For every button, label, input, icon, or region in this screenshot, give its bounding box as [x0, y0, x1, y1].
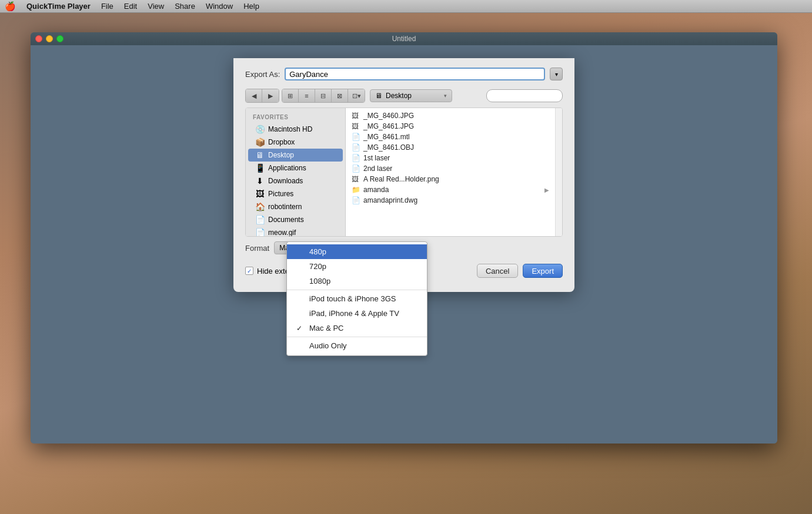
sidebar-item-macintosh-hd-label: Macintosh HD — [268, 125, 312, 133]
sidebar-item-robotintern[interactable]: 🏠 robotintern — [248, 200, 343, 213]
sidebar-item-downloads-label: Downloads — [268, 177, 303, 185]
location-dropdown[interactable]: 🖥 Desktop ▾ — [370, 89, 452, 102]
list-item[interactable]: 📄 2nd laser — [346, 163, 555, 174]
dropdown-item-label: iPod touch & iPhone 3GS — [309, 294, 396, 303]
sidebar-item-documents[interactable]: 📄 Documents — [248, 213, 343, 226]
menu-edit[interactable]: Edit — [124, 2, 137, 11]
arrange-view-button[interactable]: ⊡▾ — [348, 89, 365, 102]
apple-menu[interactable]: 🍎 — [5, 1, 16, 12]
dropdown-separator — [287, 290, 427, 290]
window-titlebar: Untitled — [31, 32, 777, 45]
list-item[interactable]: 📄 _MG_8461.OBJ — [346, 142, 555, 153]
expand-arrow: ▶ — [544, 187, 549, 193]
file-name: _MG_8461.OBJ — [363, 143, 414, 152]
sidebar-item-applications[interactable]: 📱 Applications — [248, 162, 343, 174]
icon-view-button[interactable]: ⊞ — [282, 89, 299, 102]
minimize-button[interactable] — [46, 35, 53, 42]
sidebar-item-macintosh-hd[interactable]: 💿 Macintosh HD — [248, 123, 343, 136]
menu-help[interactable]: Help — [243, 2, 259, 11]
export-as-row: Export As: ▾ — [233, 58, 574, 86]
sidebar-item-pictures-label: Pictures — [268, 190, 293, 198]
window-content: Export As: ▾ ◀ ▶ ⊞ ≡ ⊟ ⊠ ⊡▾ 🖥 — [31, 45, 777, 444]
export-button[interactable]: Export — [523, 264, 563, 278]
sidebar-item-dropbox-label: Dropbox — [268, 138, 295, 146]
main-window: Untitled Export As: ▾ ◀ ▶ ⊞ ≡ ⊟ ⊠ — [31, 32, 777, 444]
search-input[interactable] — [486, 89, 563, 102]
file-name: 2nd laser — [363, 164, 392, 173]
export-dialog: Export As: ▾ ◀ ▶ ⊞ ≡ ⊟ ⊠ ⊡▾ 🖥 — [233, 58, 574, 292]
close-button[interactable] — [35, 35, 42, 42]
list-item[interactable]: 📁 amanda ▶ — [346, 184, 555, 195]
back-button[interactable]: ◀ — [246, 89, 262, 102]
sidebar-item-desktop[interactable]: 🖥 Desktop — [248, 149, 343, 162]
list-view-button[interactable]: ≡ — [299, 89, 315, 102]
list-item[interactable]: 🖼 _MG_8461.JPG — [346, 121, 555, 132]
filename-input[interactable] — [285, 68, 545, 80]
dropdown-item-ipad[interactable]: iPad, iPhone 4 & Apple TV — [287, 306, 427, 321]
sidebar-item-meow[interactable]: 📄 meow.gif — [248, 226, 343, 236]
dropdown-item-1080p[interactable]: 1080p — [287, 274, 427, 288]
dropdown-item-label: Mac & PC — [309, 324, 344, 332]
sidebar-item-robotintern-label: robotintern — [268, 203, 302, 211]
list-item[interactable]: 🖼 _MG_8460.JPG — [346, 110, 555, 121]
file-name: A Real Red...Holder.png — [363, 175, 439, 183]
check-icon: ✓ — [296, 324, 305, 332]
sidebar-item-pictures[interactable]: 🖼 Pictures — [248, 187, 343, 200]
window-title: Untitled — [392, 35, 416, 43]
file-name: _MG_8461.JPG — [363, 122, 414, 130]
dropdown-separator — [287, 337, 427, 337]
forward-button[interactable]: ▶ — [262, 89, 279, 102]
nav-button-group: ◀ ▶ — [245, 89, 279, 103]
dropdown-item-ipod[interactable]: iPod touch & iPhone 3GS — [287, 291, 427, 306]
sidebar-item-documents-label: Documents — [268, 216, 304, 224]
file-icon: 📄 — [352, 164, 360, 173]
file-name: 1st laser — [363, 154, 390, 162]
pictures-icon: 🖼 — [255, 189, 265, 199]
app-name[interactable]: QuickTime Player — [26, 2, 91, 11]
file-icon: 📄 — [352, 143, 360, 152]
folder-icon: 📁 — [352, 186, 360, 194]
file-name: _MG_8461.mtl — [363, 133, 410, 141]
maximize-button[interactable] — [56, 35, 64, 42]
sidebar-item-downloads[interactable]: ⬇ Downloads — [248, 174, 343, 187]
menu-file[interactable]: File — [101, 2, 113, 11]
list-item[interactable]: 📄 amandaprint.dwg — [346, 195, 555, 206]
location-dropdown-arrow: ▾ — [444, 93, 447, 99]
export-as-label: Export As: — [245, 70, 280, 79]
sidebar-item-applications-label: Applications — [268, 164, 306, 172]
sidebar-item-meow-label: meow.gif — [268, 229, 296, 236]
robotintern-icon: 🏠 — [255, 202, 265, 211]
coverflow-view-button[interactable]: ⊠ — [332, 89, 348, 102]
view-button-group: ⊞ ≡ ⊟ ⊠ ⊡▾ — [282, 89, 365, 103]
menu-window[interactable]: Window — [206, 2, 233, 11]
macintosh-hd-icon: 💿 — [255, 125, 265, 134]
desktop-icon: 🖥 — [255, 150, 265, 160]
format-dropdown-menu: 480p 720p 1080p iPod touch & iPhone 3GS — [286, 241, 427, 356]
menu-view[interactable]: View — [148, 2, 164, 11]
dropdown-item-480p[interactable]: 480p — [287, 244, 427, 259]
column-view-button[interactable]: ⊟ — [315, 89, 332, 102]
list-item[interactable]: 🖼 A Real Red...Holder.png — [346, 174, 555, 184]
cancel-button[interactable]: Cancel — [477, 264, 518, 278]
location-text: Desktop — [386, 92, 440, 100]
dropdown-item-audio[interactable]: Audio Only — [287, 338, 427, 353]
dropdown-item-mac[interactable]: ✓ Mac & PC — [287, 321, 427, 335]
file-list: 🖼 _MG_8460.JPG 🖼 _MG_8461.JPG 📄 _MG_8461… — [346, 108, 555, 236]
dropdown-item-label: 720p — [309, 262, 326, 271]
sidebar-item-desktop-label: Desktop — [268, 151, 294, 159]
dropdown-item-720p[interactable]: 720p — [287, 259, 427, 274]
dropdown-item-label: 480p — [309, 247, 326, 256]
file-icon: 📄 — [352, 133, 360, 141]
dropdown-item-label: iPad, iPhone 4 & Apple TV — [309, 309, 399, 318]
expand-button[interactable]: ▾ — [550, 68, 563, 80]
sidebar-item-dropbox[interactable]: 📦 Dropbox — [248, 136, 343, 149]
list-item[interactable]: 📄 _MG_8461.mtl — [346, 132, 555, 142]
file-name: amandaprint.dwg — [363, 196, 417, 204]
dropbox-icon: 📦 — [255, 137, 265, 147]
scrollbar-divider — [555, 108, 562, 236]
menu-share[interactable]: Share — [175, 2, 195, 11]
applications-icon: 📱 — [255, 163, 265, 173]
list-item[interactable]: 📄 1st laser — [346, 153, 555, 163]
search-wrapper: 🔍 — [486, 89, 563, 102]
format-row: Format Mac & PC ▾ 480p 720p — [233, 237, 574, 259]
